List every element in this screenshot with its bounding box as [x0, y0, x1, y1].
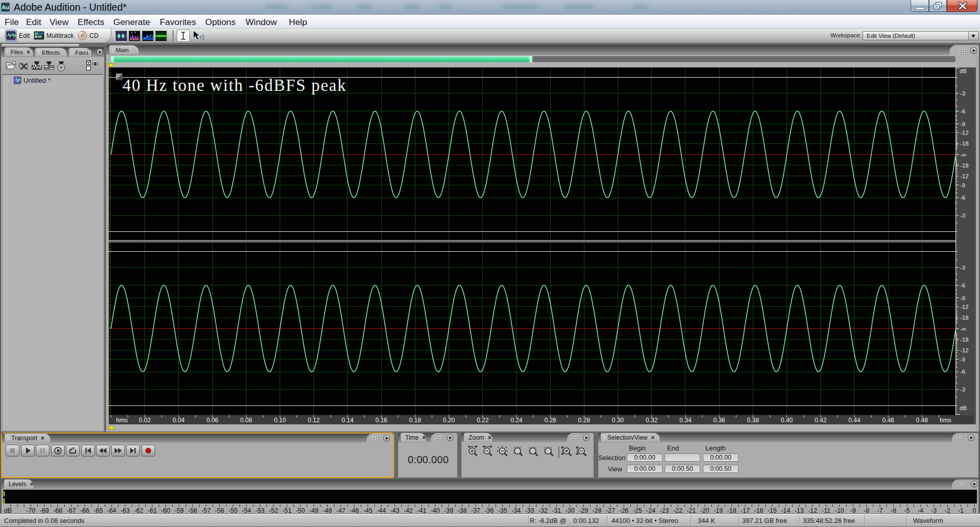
svg-text:-59: -59 — [175, 507, 184, 514]
svg-text:-48: -48 — [323, 507, 332, 514]
svg-text:-9: -9 — [960, 182, 965, 188]
svg-text:-3: -3 — [960, 387, 965, 393]
svg-text:-57: -57 — [202, 507, 211, 514]
svg-text:-30: -30 — [566, 507, 575, 514]
svg-text:-58: -58 — [188, 507, 197, 514]
svg-text:-50: -50 — [296, 507, 305, 514]
svg-text:-29: -29 — [579, 507, 588, 514]
svg-text:0.38: 0.38 — [747, 417, 760, 424]
svg-text:dB: dB — [4, 507, 12, 514]
svg-text:-42: -42 — [404, 507, 413, 514]
svg-text:-70: -70 — [26, 507, 35, 514]
svg-text:hms: hms — [940, 417, 951, 424]
svg-text:-12: -12 — [960, 304, 969, 310]
svg-text:0.48: 0.48 — [916, 417, 928, 424]
svg-text:0.18: 0.18 — [409, 417, 422, 424]
svg-text:0.22: 0.22 — [477, 417, 489, 424]
svg-text:-31: -31 — [552, 507, 561, 514]
svg-text:-54: -54 — [242, 507, 251, 514]
svg-text:0.16: 0.16 — [375, 417, 387, 424]
svg-text:-6: -6 — [960, 195, 965, 201]
svg-text:-∞: -∞ — [960, 152, 966, 158]
svg-text:-9: -9 — [960, 121, 965, 127]
svg-text:0.04: 0.04 — [173, 417, 185, 424]
svg-text:-56: -56 — [215, 507, 224, 514]
svg-text:-28: -28 — [592, 507, 601, 514]
svg-text:-18: -18 — [960, 337, 969, 343]
svg-text:-18: -18 — [960, 140, 969, 147]
svg-text:-38: -38 — [457, 507, 467, 514]
svg-text:-46: -46 — [350, 507, 359, 514]
svg-text:-34: -34 — [511, 507, 521, 514]
svg-text:-5: -5 — [904, 507, 910, 514]
svg-text:-45: -45 — [363, 507, 373, 514]
svg-text:0.06: 0.06 — [206, 417, 218, 424]
svg-text:-14: -14 — [781, 507, 790, 514]
svg-text:-19: -19 — [714, 507, 723, 514]
svg-text:0: 0 — [972, 507, 976, 514]
svg-text:0.42: 0.42 — [815, 417, 827, 424]
svg-text:-37: -37 — [471, 507, 480, 514]
svg-text:-∞: -∞ — [960, 326, 966, 332]
svg-text:-33: -33 — [525, 507, 534, 514]
svg-text:-39: -39 — [444, 507, 453, 514]
svg-text:0.34: 0.34 — [679, 417, 692, 424]
svg-text:-44: -44 — [377, 507, 386, 514]
svg-text:0.10: 0.10 — [274, 417, 286, 424]
svg-text:-20: -20 — [700, 507, 709, 514]
svg-text:0.02: 0.02 — [139, 417, 151, 424]
svg-text:-61: -61 — [148, 507, 157, 514]
svg-text:-43: -43 — [390, 507, 399, 514]
svg-text:-68: -68 — [53, 507, 62, 514]
svg-text:-62: -62 — [134, 507, 143, 514]
svg-text:-9: -9 — [960, 295, 965, 301]
svg-text:-12: -12 — [808, 507, 817, 514]
svg-text:-17: -17 — [741, 507, 750, 514]
svg-text:-4: -4 — [918, 507, 923, 514]
svg-text:0.44: 0.44 — [848, 417, 861, 424]
svg-text:-47: -47 — [336, 507, 346, 514]
svg-text:-3: -3 — [960, 265, 965, 271]
svg-text:-7: -7 — [877, 507, 883, 514]
svg-text:-6: -6 — [891, 507, 896, 514]
svg-text:-8: -8 — [864, 507, 869, 514]
svg-text:-3: -3 — [931, 507, 937, 514]
svg-text:0.12: 0.12 — [308, 417, 320, 424]
svg-text:0.46: 0.46 — [882, 417, 894, 424]
svg-text:-25: -25 — [633, 507, 642, 514]
svg-text:-9: -9 — [850, 507, 856, 514]
svg-text:0.36: 0.36 — [713, 417, 725, 424]
svg-text:-69: -69 — [40, 507, 49, 514]
svg-text:-18: -18 — [960, 315, 969, 321]
svg-text:dB: dB — [960, 405, 967, 411]
svg-text:hms: hms — [116, 417, 128, 424]
svg-text:0.28: 0.28 — [578, 417, 591, 424]
svg-text:-21: -21 — [687, 507, 696, 514]
svg-text:-13: -13 — [795, 507, 804, 514]
svg-text:-67: -67 — [67, 507, 76, 514]
svg-text:-64: -64 — [107, 507, 116, 514]
svg-text:-55: -55 — [228, 507, 237, 514]
svg-text:-18: -18 — [960, 162, 969, 169]
svg-text:-49: -49 — [309, 507, 318, 514]
svg-text:-65: -65 — [93, 507, 103, 514]
svg-text:-32: -32 — [538, 507, 548, 514]
svg-text:-22: -22 — [673, 507, 682, 514]
svg-text:-6: -6 — [960, 108, 965, 114]
svg-text:-60: -60 — [161, 507, 170, 514]
svg-text:dB: dB — [960, 68, 967, 74]
svg-text:-12: -12 — [960, 130, 969, 136]
svg-text:-18: -18 — [727, 507, 737, 514]
svg-text:-10: -10 — [835, 507, 844, 514]
svg-text:-3: -3 — [960, 90, 965, 97]
svg-text:-52: -52 — [269, 507, 278, 514]
svg-text:-1: -1 — [958, 507, 964, 514]
svg-text:0.40: 0.40 — [781, 417, 793, 424]
svg-text:-51: -51 — [282, 507, 291, 514]
svg-text:0.32: 0.32 — [646, 417, 658, 424]
svg-text:0.24: 0.24 — [510, 417, 523, 424]
svg-text:-26: -26 — [619, 507, 628, 514]
svg-text:-16: -16 — [754, 507, 763, 514]
svg-text:0.30: 0.30 — [612, 417, 624, 424]
svg-text:-23: -23 — [659, 507, 669, 514]
